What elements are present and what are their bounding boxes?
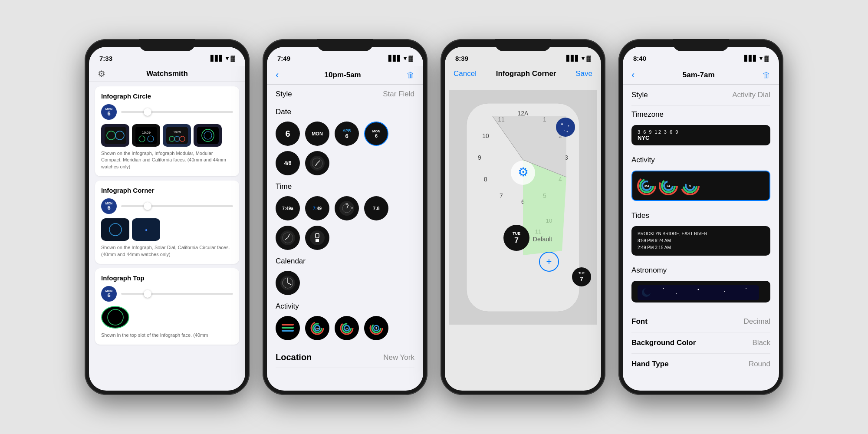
nav-bar-3: Cancel Infograph Corner Save	[445, 66, 601, 82]
time-opt-6[interactable]	[305, 226, 329, 250]
slider-2[interactable]	[121, 205, 233, 207]
previews-3	[101, 306, 233, 329]
svg-text:9: 9	[478, 154, 481, 161]
activity-rings-svg: 354 24 9	[636, 175, 723, 197]
bg-color-label: Background Color	[631, 339, 696, 347]
activity-section-4: Activity 354 24	[631, 154, 770, 201]
date-opt-3[interactable]: APR 6	[335, 122, 359, 146]
status-icons-1: ▋▋▋ ▾ ▓	[210, 55, 235, 62]
bg-color-row: Background Color Black	[631, 332, 770, 354]
bg-color-value: Black	[752, 339, 770, 347]
time-section: Time 7:49a 7:49 60 10	[276, 182, 414, 250]
svg-rect-3	[135, 127, 157, 144]
date-badge-3: MON 6	[101, 286, 117, 302]
infograph-corner-section: Infograph Corner MON 6	[95, 181, 239, 264]
act-opt-4[interactable]: 9	[364, 316, 388, 340]
wf-preview-3: 10:09	[163, 124, 191, 147]
wifi-icon-4: ▾	[760, 55, 763, 62]
date-opt-2[interactable]: MON	[305, 122, 329, 146]
time-3: 8:39	[455, 55, 468, 62]
status-icons-3: ▋▋▋ ▾ ▓	[566, 55, 591, 62]
time-opt-4[interactable]: 7.8	[364, 196, 388, 220]
tides-time2: 2:49 PM 3:15 AM	[638, 244, 764, 251]
trash-button-4[interactable]: 🗑	[763, 71, 770, 80]
time-opt-2[interactable]: 7:49	[305, 196, 329, 220]
location-value: New York	[383, 353, 414, 362]
location-row: Location New York	[276, 347, 414, 368]
phone-screen-3: 8:39 ▋▋▋ ▾ ▓ Cancel Infograph Corner Sav…	[445, 47, 601, 391]
time-options-grid: 7:49a 7:49 60 10	[276, 196, 414, 250]
date-opt-5[interactable]: 4/6	[276, 151, 300, 175]
save-button[interactable]: Save	[575, 69, 592, 78]
infograph-top-section: Infograph Top MON 6	[95, 268, 239, 345]
activity-display[interactable]: 354 24 9	[631, 171, 770, 201]
phone-notch-3	[495, 39, 551, 51]
phone-4: 8:40 ▋▋▋ ▾ ▓ ‹ 5am-7am 🗑 Style Activity …	[618, 39, 783, 395]
timezone-title: Timezone	[631, 106, 770, 121]
wf-preview-4	[194, 124, 222, 147]
date-badge-2: MON 6	[101, 198, 117, 214]
tides-section: Tides BROOKLYN BRIDGE, EAST RIVER 8:59 P…	[631, 210, 770, 256]
time-opt-3[interactable]: 60 10	[335, 196, 359, 220]
svg-text:24: 24	[345, 327, 349, 330]
time-label: Time	[276, 182, 414, 191]
svg-text:Default: Default	[533, 236, 552, 243]
scroll-content-2[interactable]: Style Star Field Date 6 MON APR	[267, 85, 423, 372]
wifi-icon-2: ▾	[404, 55, 407, 62]
svg-text:24: 24	[667, 184, 670, 187]
astronomy-display[interactable]	[631, 281, 770, 302]
svg-rect-41	[282, 324, 294, 326]
style-row: Style Star Field	[276, 85, 414, 104]
cancel-button[interactable]: Cancel	[454, 69, 477, 78]
time-1: 7:33	[99, 55, 112, 62]
svg-text:354: 354	[315, 327, 320, 330]
activity-title-4: Activity	[631, 154, 770, 166]
svg-point-79	[564, 130, 565, 131]
phone-screen-2: 7:49 ▋▋▋ ▾ ▓ ‹ 10pm-5am 🗑 Style Star Fie…	[267, 47, 423, 391]
slider-3[interactable]	[121, 293, 233, 295]
svg-text:7: 7	[500, 192, 503, 199]
style-value: Star Field	[383, 90, 414, 99]
tides-display[interactable]: BROOKLYN BRIDGE, EAST RIVER 8:59 PM 9:24…	[631, 226, 770, 256]
svg-point-110	[676, 293, 677, 294]
time-opt-1[interactable]: 7:49a	[276, 196, 300, 220]
date-opt-6[interactable]	[305, 151, 329, 175]
back-button-2[interactable]: ‹	[276, 69, 279, 81]
section-title-3: Infograph Top	[101, 274, 233, 282]
activity-options-grid: 354 24	[276, 316, 414, 340]
wf-preview-6: ●	[132, 218, 160, 241]
timezone-section: Timezone 3 6 9 12 3 6 9 NYC	[631, 106, 770, 145]
trash-button-2[interactable]: 🗑	[407, 71, 414, 80]
phones-container: 7:33 ▋▋▋ ▾ ▓ ⚙ Watchsmith Infograph Circ…	[76, 30, 792, 404]
date-options-grid: 6 MON APR 6 MON 6	[276, 122, 414, 175]
slider-1[interactable]	[121, 111, 233, 113]
previews-2: ●	[101, 218, 233, 241]
cal-opt-1[interactable]	[276, 271, 300, 295]
svg-rect-42	[282, 327, 294, 329]
svg-text:⚙: ⚙	[518, 165, 529, 179]
description-2: Shown on the Infograph, Solar Dial, Cali…	[101, 244, 233, 258]
date-opt-1[interactable]: 6	[276, 122, 300, 146]
signal-icon-1: ▋▋▋	[210, 55, 224, 62]
date-opt-4[interactable]: MON 6	[364, 122, 388, 146]
act-opt-3[interactable]: 24	[335, 316, 359, 340]
act-opt-2[interactable]: 354	[305, 316, 329, 340]
time-opt-5[interactable]	[276, 226, 300, 250]
gear-icon[interactable]: ⚙	[98, 69, 105, 79]
date-section: Date 6 MON APR 6 MON	[276, 108, 414, 175]
nav-bar-4: ‹ 5am-7am 🗑	[623, 66, 779, 85]
status-icons-4: ▋▋▋ ▾ ▓	[744, 55, 769, 62]
timezone-display[interactable]: 3 6 9 12 3 6 9 NYC	[631, 125, 770, 145]
time-2: 7:49	[277, 55, 290, 62]
svg-text:354: 354	[644, 184, 649, 187]
act-opt-1[interactable]	[276, 316, 300, 340]
phone-notch-1	[139, 39, 195, 51]
back-button-4[interactable]: ‹	[631, 69, 635, 81]
detail-content-4[interactable]: Style Activity Dial Timezone 3 6 9 12 3 …	[623, 85, 779, 372]
svg-text:10:09: 10:09	[141, 131, 151, 135]
signal-icon-2: ▋▋▋	[388, 55, 401, 62]
svg-point-113	[746, 288, 746, 289]
svg-point-78	[568, 125, 569, 127]
section-title-1: Infograph Circle	[101, 92, 233, 100]
wf-preview-1	[101, 124, 129, 147]
